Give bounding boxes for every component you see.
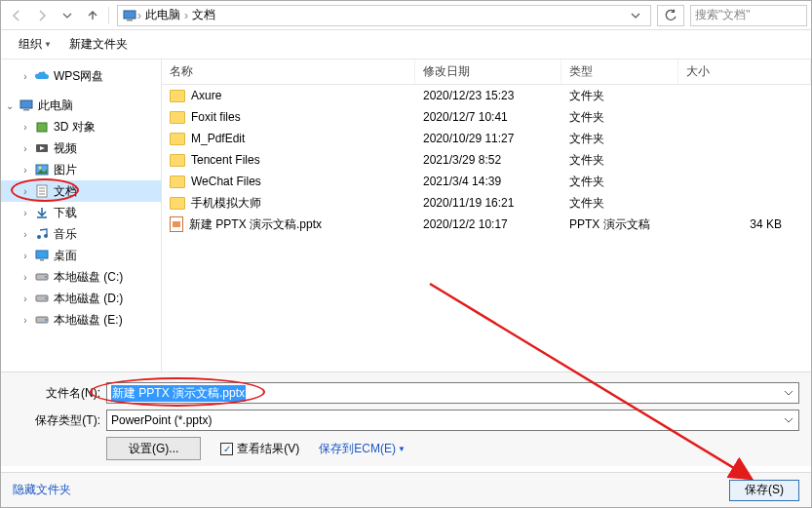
sidebar-item-3[interactable]: ›文档 — [1, 180, 161, 202]
sidebar-item-9[interactable]: ›本地磁盘 (E:) — [1, 309, 161, 331]
preview-label: 查看结果(V) — [237, 441, 299, 457]
svg-rect-15 — [36, 251, 48, 258]
file-row[interactable]: Foxit files2020/12/7 10:41文件夹 — [162, 106, 811, 128]
organize-label: 组织 — [19, 36, 42, 53]
col-size[interactable]: 大小 — [678, 59, 811, 84]
address-dropdown[interactable] — [625, 11, 646, 20]
expand-icon[interactable]: › — [20, 143, 30, 154]
expand-icon[interactable]: › — [20, 251, 30, 261]
file-row[interactable]: 手机模拟大师2020/11/19 16:21文件夹 — [162, 192, 811, 214]
expand-icon[interactable]: › — [20, 229, 30, 240]
expand-icon[interactable]: › — [20, 272, 30, 283]
settings-button[interactable]: 设置(G)... — [106, 437, 201, 460]
new-folder-button[interactable]: 新建文件夹 — [63, 34, 134, 55]
file-date: 2020/10/29 11:27 — [415, 132, 561, 145]
new-folder-label: 新建文件夹 — [69, 36, 128, 53]
save-button[interactable]: 保存(S) — [729, 480, 799, 501]
col-type[interactable]: 类型 — [561, 59, 678, 84]
expand-icon[interactable]: › — [20, 186, 30, 197]
expand-icon[interactable]: › — [20, 315, 30, 326]
file-name: M_PdfEdit — [191, 132, 245, 145]
sidebar-item-6[interactable]: ›桌面 — [1, 245, 161, 266]
collapse-icon[interactable]: ⌄ — [5, 100, 15, 111]
main-area: › WPS网盘 ⌄ 此电脑 ›3D 对象›视频›图片›文档›下载›音乐›桌面›本… — [1, 59, 811, 371]
video-icon — [34, 140, 50, 156]
sidebar-item-8[interactable]: ›本地磁盘 (D:) — [1, 288, 161, 309]
sidebar: › WPS网盘 ⌄ 此电脑 ›3D 对象›视频›图片›文档›下载›音乐›桌面›本… — [1, 59, 162, 371]
sidebar-item-7[interactable]: ›本地磁盘 (C:) — [1, 266, 161, 288]
file-size: 34 KB — [678, 217, 811, 231]
doc-icon — [34, 183, 50, 199]
chevron-down-icon: ▼ — [398, 445, 406, 453]
save-form: 文件名(N): 新建 PPTX 演示文稿.pptx 保存类型(T): Power… — [1, 371, 811, 466]
sidebar-item-label: 视频 — [54, 140, 77, 157]
search-input[interactable]: 搜索"文档" — [690, 5, 807, 26]
file-type: 文件夹 — [561, 174, 678, 190]
expand-icon[interactable]: › — [20, 293, 30, 304]
sidebar-item-2[interactable]: ›图片 — [1, 159, 161, 180]
crumb-this-pc[interactable]: 此电脑 — [141, 7, 184, 23]
ecm-label: 保存到ECM(E) — [319, 441, 396, 457]
expand-icon[interactable]: › — [20, 208, 30, 218]
refresh-icon — [664, 9, 677, 22]
sidebar-item-4[interactable]: ›下载 — [1, 202, 161, 223]
filetype-label: 保存类型(T): — [13, 412, 106, 429]
filetype-select[interactable]: PowerPoint (*.pptx) — [106, 410, 799, 431]
nav-up-button[interactable] — [81, 4, 104, 27]
sidebar-item-1[interactable]: ›视频 — [1, 137, 161, 159]
pptx-icon — [170, 216, 183, 232]
preview-checkbox[interactable]: ✓ 查看结果(V) — [220, 441, 299, 457]
file-row[interactable]: Axure2020/12/23 15:23文件夹 — [162, 85, 811, 106]
svg-point-13 — [37, 235, 41, 239]
folder-icon — [170, 133, 185, 145]
crumb-documents[interactable]: 文档 — [188, 7, 219, 23]
file-row[interactable]: Tencent Files2021/3/29 8:52文件夹 — [162, 149, 811, 171]
checkbox-icon: ✓ — [220, 443, 233, 455]
breadcrumb[interactable]: › 此电脑 › 文档 — [117, 5, 651, 26]
file-type: 文件夹 — [561, 152, 678, 169]
folder-icon — [170, 154, 185, 167]
nav-back-button[interactable] — [5, 4, 28, 27]
nav-forward-button[interactable] — [30, 4, 54, 27]
file-row[interactable]: WeChat Files2021/3/4 14:39文件夹 — [162, 171, 811, 192]
organize-menu[interactable]: 组织 ▼ — [13, 34, 58, 55]
save-ecm-link[interactable]: 保存到ECM(E) ▼ — [319, 441, 406, 457]
filetype-dropdown[interactable] — [781, 412, 796, 428]
sidebar-item-0[interactable]: ›3D 对象 — [1, 116, 161, 137]
refresh-button[interactable] — [657, 5, 684, 26]
file-date: 2020/11/19 16:21 — [415, 196, 561, 210]
chevron-down-icon — [784, 415, 793, 425]
col-date[interactable]: 修改日期 — [415, 59, 561, 84]
file-row[interactable]: M_PdfEdit2020/10/29 11:27文件夹 — [162, 128, 811, 149]
folder-icon — [170, 197, 185, 210]
search-placeholder: 搜索"文档" — [695, 7, 751, 23]
col-name[interactable]: 名称 — [162, 59, 415, 84]
file-name: 新建 PPTX 演示文稿.pptx — [189, 216, 322, 233]
separator — [108, 7, 109, 24]
sidebar-this-pc[interactable]: ⌄ 此电脑 — [1, 95, 161, 116]
nav-recent-button[interactable] — [56, 4, 79, 27]
filename-input[interactable]: 新建 PPTX 演示文稿.pptx — [106, 382, 799, 404]
file-name: Axure — [191, 89, 221, 102]
expand-icon[interactable]: › — [20, 122, 30, 133]
music-icon — [34, 226, 50, 242]
file-date: 2021/3/29 8:52 — [415, 153, 561, 167]
file-row[interactable]: 新建 PPTX 演示文稿.pptx2020/12/2 10:17PPTX 演示文… — [162, 214, 811, 235]
svg-rect-3 — [23, 109, 29, 111]
hide-folders-link[interactable]: 隐藏文件夹 — [13, 482, 71, 498]
sidebar-item-label: 此电脑 — [38, 98, 73, 114]
folder-icon — [170, 176, 185, 188]
sidebar-wps[interactable]: › WPS网盘 — [1, 65, 161, 87]
filename-value: 新建 PPTX 演示文稿.pptx — [111, 385, 246, 402]
svg-rect-2 — [20, 100, 32, 108]
filename-dropdown[interactable] — [781, 385, 796, 401]
expand-icon[interactable]: › — [20, 165, 30, 176]
desktop-icon — [34, 248, 50, 263]
chevron-down-icon: ▼ — [44, 40, 52, 49]
sidebar-item-5[interactable]: ›音乐 — [1, 223, 161, 245]
expand-icon[interactable]: › — [20, 71, 30, 82]
cloud-icon — [34, 68, 50, 84]
footer: 隐藏文件夹 保存(S) — [1, 472, 811, 507]
sidebar-item-label: 图片 — [54, 162, 77, 178]
chevron-down-icon — [784, 388, 793, 398]
